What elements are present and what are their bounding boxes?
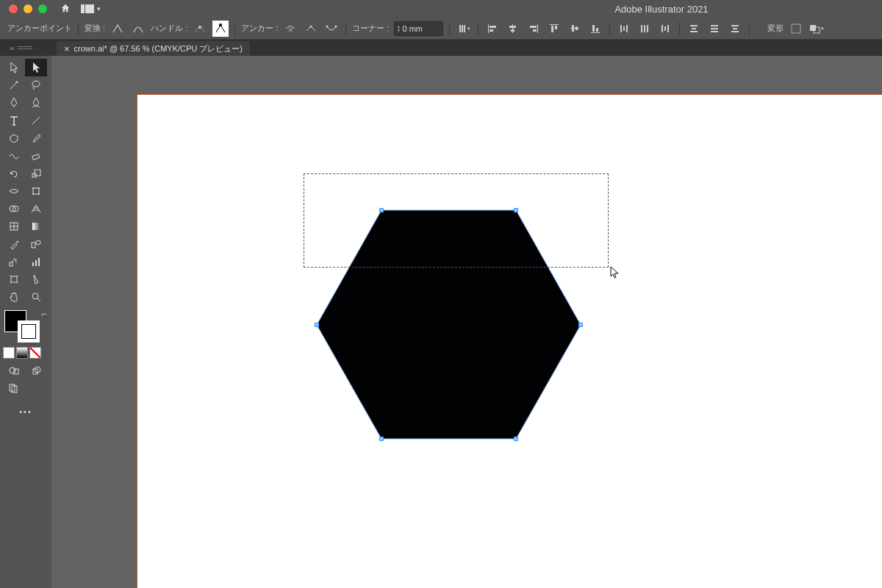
mask-icon[interactable]: ▾ — [808, 21, 825, 37]
align-right-icon[interactable] — [526, 21, 542, 37]
collapse-panels-icon[interactable]: ‹‹ — [4, 40, 55, 56]
svg-rect-25 — [591, 32, 600, 33]
svg-rect-66 — [10, 262, 12, 266]
rotate-tool[interactable] — [3, 165, 25, 182]
blend-tool[interactable] — [25, 235, 47, 253]
free-transform-tool[interactable] — [25, 182, 47, 200]
eraser-tool[interactable] — [25, 147, 47, 165]
svg-rect-18 — [533, 29, 537, 32]
svg-rect-33 — [647, 25, 648, 32]
svg-rect-14 — [509, 26, 516, 28]
dist-right-icon[interactable] — [657, 21, 673, 37]
curvature-tool[interactable] — [25, 94, 47, 112]
draw-behind-icon[interactable] — [25, 362, 47, 379]
minimize-window-button[interactable] — [24, 4, 32, 13]
paintbrush-tool[interactable] — [25, 129, 47, 147]
type-tool[interactable] — [3, 112, 25, 129]
close-window-button[interactable] — [9, 4, 18, 13]
window-controls — [9, 4, 47, 13]
swap-fill-stroke-icon[interactable]: ⤺ — [41, 310, 47, 318]
zoom-tool[interactable] — [25, 288, 47, 306]
corner-radius-field[interactable] — [403, 24, 440, 33]
transform-panel-label[interactable]: 変形 — [767, 23, 784, 34]
align-vcenter-icon[interactable] — [567, 21, 583, 37]
fill-stroke-swatch[interactable]: ⤺ — [3, 310, 49, 343]
eyedropper-tool[interactable] — [3, 235, 25, 253]
align-left-icon[interactable] — [484, 21, 501, 37]
align-bottom-icon[interactable] — [587, 21, 603, 37]
stroke-swatch[interactable] — [18, 320, 40, 343]
direct-selection-tool[interactable] — [25, 59, 47, 76]
svg-rect-70 — [11, 276, 17, 282]
selection-tool[interactable] — [3, 59, 25, 76]
toolbox: ⤺ ••• — [0, 56, 51, 588]
dist-top-icon[interactable] — [686, 21, 702, 37]
cut-path-icon[interactable] — [303, 21, 319, 37]
dist-left-icon[interactable] — [616, 21, 632, 37]
anchor-handle[interactable] — [379, 437, 384, 441]
convert-corner-icon[interactable] — [110, 21, 126, 37]
screen-mode-icon[interactable] — [3, 379, 25, 397]
close-tab-icon[interactable]: × — [64, 43, 70, 54]
mesh-tool[interactable] — [3, 218, 25, 235]
align-hcenter-icon[interactable] — [505, 21, 521, 37]
svg-point-2 — [198, 26, 201, 29]
hand-tool[interactable] — [3, 288, 25, 306]
svg-point-56 — [32, 187, 34, 189]
svg-rect-1 — [85, 4, 94, 13]
slice-tool[interactable] — [25, 270, 47, 288]
perspective-grid-tool[interactable] — [25, 200, 47, 218]
isolate-icon[interactable] — [788, 21, 804, 37]
handle-hide-icon[interactable] — [212, 21, 229, 37]
home-icon[interactable] — [60, 3, 71, 15]
connect-path-icon[interactable] — [323, 21, 340, 37]
canvas[interactable] — [51, 56, 882, 588]
workspace-switcher[interactable]: ▾ — [81, 4, 101, 13]
convert-smooth-icon[interactable] — [130, 21, 146, 37]
align-top-icon[interactable] — [546, 21, 562, 37]
svg-rect-40 — [711, 25, 718, 26]
column-graph-tool[interactable] — [25, 253, 47, 270]
line-segment-tool[interactable] — [25, 112, 47, 129]
dist-hcenter-icon[interactable] — [637, 21, 653, 37]
corner-radius-input[interactable]: ▴▾ — [394, 21, 443, 36]
artboard-tool[interactable] — [3, 270, 25, 288]
svg-rect-54 — [35, 170, 40, 176]
anchor-handle[interactable] — [315, 323, 319, 327]
scale-tool[interactable] — [25, 165, 47, 182]
control-bar: アンカーポイント 変換 : ハンドル : アンカー : コーナー : ▴▾ ▾ … — [0, 18, 882, 40]
svg-line-72 — [37, 298, 40, 301]
svg-point-59 — [38, 193, 40, 195]
edit-toolbar-icon[interactable]: ••• — [3, 407, 49, 416]
svg-rect-24 — [576, 26, 578, 30]
document-tab[interactable]: × crown.ai* @ 67.56 % (CMYK/CPU プレビュー) — [57, 41, 250, 56]
lasso-tool[interactable] — [25, 76, 47, 94]
dist-bottom-icon[interactable] — [727, 21, 743, 37]
color-mode-none[interactable] — [29, 347, 41, 359]
app-title: Adobe Illustrator 2021 — [614, 4, 708, 15]
draw-normal-icon[interactable] — [3, 362, 25, 379]
shaper-tool[interactable] — [3, 147, 25, 165]
anchor-handle[interactable] — [514, 437, 518, 441]
svg-rect-52 — [32, 154, 40, 160]
svg-rect-29 — [623, 26, 625, 31]
remove-anchor-icon[interactable] — [282, 21, 298, 37]
svg-rect-69 — [38, 258, 40, 266]
svg-rect-37 — [690, 25, 698, 26]
shape-builder-tool[interactable] — [3, 200, 25, 218]
handle-label: ハンドル : — [151, 23, 187, 34]
maximize-window-button[interactable] — [38, 4, 47, 13]
symbol-sprayer-tool[interactable] — [3, 253, 25, 270]
anchor-point-label: アンカーポイント — [7, 23, 72, 34]
rectangle-tool[interactable] — [3, 129, 25, 147]
color-mode-gradient[interactable] — [16, 347, 28, 359]
handle-show-icon[interactable] — [192, 21, 208, 37]
magic-wand-tool[interactable] — [3, 76, 25, 94]
anchor-handle[interactable] — [578, 323, 583, 327]
width-tool[interactable] — [3, 182, 25, 200]
color-mode-solid[interactable] — [3, 347, 15, 359]
pen-tool[interactable] — [3, 94, 25, 112]
gradient-tool[interactable] — [25, 218, 47, 235]
align-panel-icon[interactable]: ▾ — [456, 21, 472, 37]
dist-vcenter-icon[interactable] — [706, 21, 723, 37]
